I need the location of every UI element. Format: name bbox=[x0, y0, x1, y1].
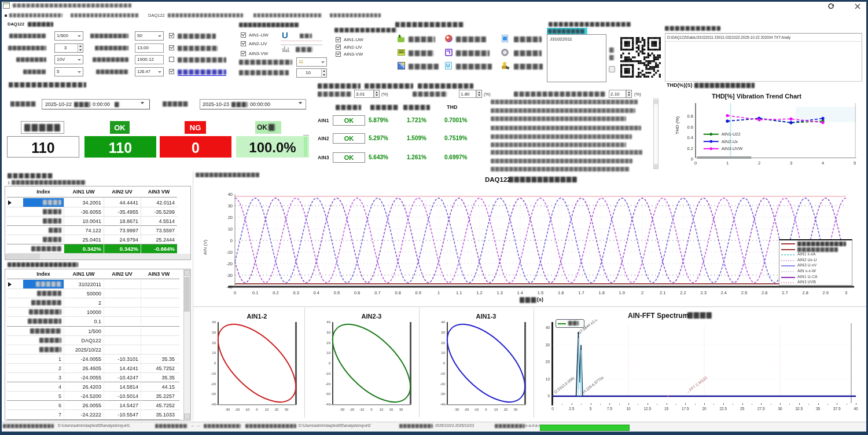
svg-text:←FFT 2.34122: ←FFT 2.34122 bbox=[685, 375, 708, 394]
svg-text:AIN2-Ux: AIN2-Ux bbox=[722, 139, 738, 144]
svg-text:(2.5312,0.008): (2.5312,0.008) bbox=[553, 376, 575, 394]
svg-text:AIN1-U22: AIN1-U22 bbox=[722, 131, 741, 137]
svg-text:AIN3-UVW: AIN3-UVW bbox=[722, 146, 744, 151]
svg-text:(4.125-6.5772a: (4.125-6.5772a bbox=[582, 375, 605, 394]
